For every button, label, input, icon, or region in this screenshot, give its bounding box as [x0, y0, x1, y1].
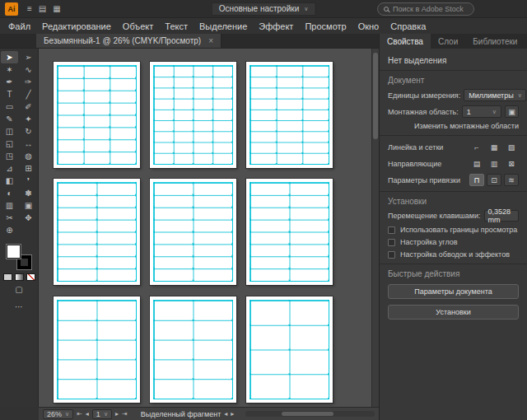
symbol-sprayer-icon: ✽ — [25, 189, 31, 198]
artboard[interactable] — [246, 296, 333, 403]
type-tool[interactable]: T — [1, 88, 18, 100]
menu-item-file[interactable]: Файл — [2, 21, 36, 31]
edit-artboards-button[interactable]: Изменить монтажные области — [388, 122, 519, 130]
smart-guides-button[interactable]: ⊠ — [504, 157, 519, 170]
rulers-button[interactable]: ⌐ — [469, 141, 484, 153]
app-logo[interactable]: Ai — [5, 2, 18, 16]
scale-corners-checkbox[interactable] — [388, 239, 395, 246]
menu-item-view[interactable]: Просмотр — [299, 21, 352, 31]
color-mode-button[interactable] — [3, 273, 12, 281]
close-icon[interactable]: × — [208, 36, 213, 45]
direct-selection-tool[interactable]: ➢ — [20, 51, 37, 63]
artboard-options-button[interactable]: ▣ — [505, 105, 519, 118]
horizontal-scrollbar-thumb[interactable] — [282, 412, 333, 416]
artboard-select[interactable]: 1 ∨ — [462, 105, 501, 118]
chevron-down-icon: ∨ — [518, 92, 522, 99]
menu-item-help[interactable]: Справка — [385, 21, 431, 31]
vertical-scrollbar[interactable] — [371, 49, 379, 407]
artboard[interactable] — [150, 296, 236, 403]
artboard[interactable] — [54, 62, 140, 168]
snap-to-point-button[interactable]: ≋ — [504, 174, 519, 186]
units-select[interactable]: Миллиметры ∨ — [464, 89, 526, 101]
artboard[interactable] — [246, 62, 333, 168]
gradient-tool[interactable]: ◧ — [1, 175, 18, 187]
shaper-tool[interactable]: ✦ — [20, 113, 37, 125]
lasso-tool[interactable]: ∿ — [20, 63, 37, 76]
fill-stroke-control[interactable] — [7, 245, 31, 269]
zoom-level-select[interactable]: 26% ∨ — [43, 409, 73, 419]
scale-strokes-effects-checkbox[interactable] — [388, 251, 395, 259]
edit-toolbar-button[interactable]: ⋯ — [0, 302, 38, 311]
column-graph-tool[interactable]: ▥ — [1, 199, 18, 212]
canvas[interactable] — [39, 49, 379, 407]
menu-item-object[interactable]: Объект — [117, 21, 159, 31]
rotate-tool[interactable]: ↻ — [20, 125, 37, 138]
next-artboard-button[interactable]: ▸ — [115, 410, 119, 418]
panel-tab-layers[interactable]: Слои — [431, 34, 465, 49]
snap-to-grid-button[interactable]: ⊓ — [469, 174, 484, 186]
artboard[interactable] — [54, 296, 140, 403]
fill-swatch[interactable] — [7, 245, 21, 259]
stock-search-input[interactable]: Поиск в Adobe Stock — [377, 2, 474, 16]
document-setup-button[interactable]: Параметры документа — [388, 284, 519, 299]
selection-tool[interactable]: ➤ — [1, 51, 18, 63]
menu-item-select[interactable]: Выделение — [194, 21, 253, 31]
artboard-nav-select[interactable]: 1 ∨ — [92, 409, 112, 419]
zoom-tool[interactable]: ⊕ — [1, 224, 18, 236]
arrange-documents-icon[interactable]: ▦ — [53, 4, 60, 13]
curvature-tool[interactable]: ✑ — [20, 76, 37, 88]
vertical-scrollbar-thumb[interactable] — [373, 53, 378, 139]
preferences-button[interactable]: Установки — [388, 305, 519, 320]
artboard-grid — [153, 300, 233, 399]
gradient-mode-button[interactable] — [15, 273, 24, 281]
menu-item-window[interactable]: Окно — [352, 21, 385, 31]
eyedropper-tool[interactable]: ❜ — [20, 175, 37, 187]
rectangle-tool[interactable]: ▭ — [1, 100, 18, 113]
panel-tab-libraries[interactable]: Библиотеки — [465, 34, 525, 49]
panel-tab-properties[interactable]: Свойства — [380, 34, 431, 49]
document-grid-icon[interactable]: ▤ — [39, 4, 46, 13]
menu-item-effect[interactable]: Эффект — [253, 21, 299, 31]
horizontal-scrollbar[interactable] — [245, 411, 375, 417]
workspace-switcher[interactable]: Основные настройки ∨ — [212, 2, 316, 16]
screen-mode-button[interactable]: ▢ — [0, 285, 38, 294]
pencil-tool[interactable]: ✎ — [1, 113, 18, 125]
document-tab[interactable]: Безымянный-1 @ 26% (CMYK/Просмотр) × — [36, 34, 222, 48]
hamburger-menu-icon[interactable]: ≡ — [27, 4, 32, 13]
shape-builder-tool[interactable]: ◍ — [20, 150, 37, 162]
mesh-tool[interactable]: ⊞ — [20, 162, 37, 175]
line-segment-tool[interactable]: ╱ — [20, 88, 37, 100]
free-transform-tool[interactable]: ◳ — [1, 150, 18, 162]
scale-tool[interactable]: ◱ — [1, 138, 18, 150]
none-mode-button[interactable] — [26, 273, 35, 281]
menu-item-type[interactable]: Текст — [159, 21, 194, 31]
pen-tool[interactable]: ✒ — [1, 76, 18, 88]
snap-to-pixel-button[interactable]: ⊡ — [487, 174, 501, 186]
artboard[interactable] — [150, 179, 236, 285]
artboard[interactable] — [54, 179, 140, 285]
perspective-grid-tool[interactable]: ⊿ — [1, 162, 18, 175]
artboard-tool[interactable]: ▣ — [20, 199, 37, 212]
status-prev-button[interactable]: ◂ — [224, 410, 227, 418]
artboard[interactable] — [150, 62, 236, 168]
magic-wand-tool[interactable]: ✶ — [1, 63, 18, 76]
eraser-tool[interactable]: ◫ — [1, 125, 18, 138]
status-next-button[interactable]: ▸ — [231, 410, 234, 418]
lock-guides-button[interactable]: ▥ — [487, 157, 501, 170]
prev-artboard-button[interactable]: ◂ — [86, 410, 89, 418]
symbol-sprayer-tool[interactable]: ✽ — [20, 187, 37, 199]
keyboard-increment-input[interactable]: 0,3528 mm — [484, 210, 519, 222]
slice-tool[interactable]: ✂ — [1, 212, 18, 224]
last-artboard-button[interactable]: ⇥ — [122, 410, 128, 418]
hand-tool[interactable]: ✥ — [20, 212, 37, 224]
use-preview-bounds-checkbox[interactable] — [388, 226, 395, 234]
show-guides-button[interactable]: ▤ — [469, 157, 484, 170]
grid-button[interactable]: ▦ — [487, 141, 501, 153]
artboard[interactable] — [246, 179, 333, 285]
menu-item-edit[interactable]: Редактирование — [36, 21, 117, 31]
first-artboard-button[interactable]: ⇤ — [77, 410, 82, 418]
paintbrush-tool[interactable]: ✐ — [20, 100, 37, 113]
transparency-grid-button[interactable]: ▨ — [504, 141, 519, 153]
width-tool[interactable]: ↔ — [20, 138, 37, 150]
blend-tool[interactable]: ◐ — [1, 187, 18, 199]
